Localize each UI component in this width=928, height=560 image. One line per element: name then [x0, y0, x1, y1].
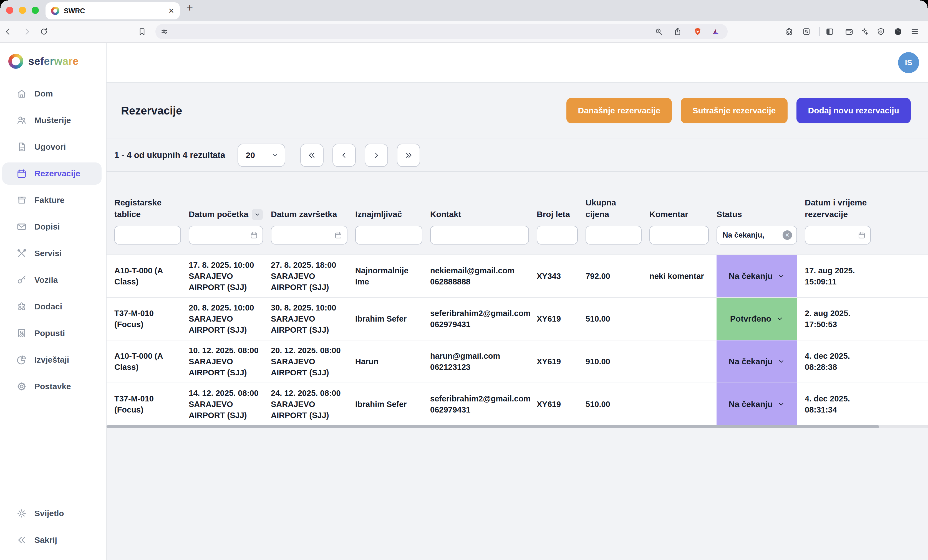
horizontal-scrollbar[interactable] — [107, 425, 928, 428]
tune-icon[interactable] — [158, 21, 171, 42]
cell-flight: XY619 — [537, 309, 578, 329]
cell-start: 10. 12. 2025. 08:00 SARAJEVO AIRPORT (SJ… — [189, 341, 263, 383]
cell-renter: Najnormalnije Ime — [355, 260, 422, 292]
last-page-button[interactable] — [397, 144, 420, 167]
next-page-button[interactable] — [365, 144, 388, 167]
table-row[interactable]: A10-T-000 (A Class) 10. 12. 2025. 08:00 … — [107, 340, 928, 383]
browser-tab-strip: SWRC ✕ + — [0, 0, 928, 21]
add-reservation-button[interactable]: Dodaj novu rezervaciju — [797, 98, 911, 123]
filter-renter-input[interactable] — [355, 226, 422, 245]
tab-search-icon[interactable] — [800, 21, 813, 42]
favicon — [51, 7, 60, 15]
screen: SWRC ✕ + seferware — [0, 0, 928, 560]
sidebar-item-dom[interactable]: Dom — [2, 83, 102, 105]
share-icon[interactable] — [671, 21, 684, 42]
back-icon[interactable] — [1, 21, 14, 42]
filter-plate-input[interactable] — [114, 226, 181, 245]
forward-icon[interactable] — [21, 21, 34, 42]
scrollbar-thumb[interactable] — [107, 425, 879, 428]
page-title: Rezervacije — [121, 105, 182, 117]
column-header-price[interactable]: Ukupna cijena — [586, 185, 642, 220]
status-dropdown[interactable]: Na čekanju — [717, 255, 797, 297]
filter-flight-input[interactable] — [537, 226, 578, 245]
sidebar-item-rezervacije[interactable]: Rezervacije — [2, 163, 102, 185]
user-avatar[interactable]: IS — [898, 52, 919, 73]
profile-avatar-icon[interactable] — [891, 21, 905, 42]
cell-comment — [649, 314, 709, 323]
wallet-icon[interactable] — [843, 21, 856, 42]
sidebar-item-postavke[interactable]: Postavke — [2, 375, 102, 397]
brave-shield-icon[interactable] — [691, 21, 704, 42]
reload-icon[interactable] — [37, 21, 50, 42]
column-header-status[interactable]: Status — [717, 185, 797, 220]
tools-icon — [16, 248, 27, 259]
pagination-bar: 1 - 4 od ukupnih 4 rezultata 20 — [107, 139, 928, 172]
column-header-end[interactable]: Datum završetka — [271, 185, 348, 220]
first-page-button[interactable] — [300, 144, 324, 167]
filter-start-input[interactable] — [189, 226, 263, 245]
sidebar-item-dopisi[interactable]: Dopisi — [2, 216, 102, 238]
sidebar-item-popusti[interactable]: Popusti — [2, 322, 102, 344]
status-dropdown[interactable]: Potvrđeno — [717, 298, 797, 340]
column-header-renter[interactable]: Iznajmljivač — [355, 185, 422, 220]
cell-price: 792.00 — [586, 266, 642, 286]
bookmark-icon[interactable] — [136, 21, 149, 42]
column-header-contact[interactable]: Kontakt — [430, 185, 529, 220]
column-header-created[interactable]: Datum i vrijeme rezervacije — [805, 185, 871, 220]
cell-start: 17. 8. 2025. 10:00 SARAJEVO AIRPORT (SJJ… — [189, 255, 263, 297]
sidebar-item-musterije[interactable]: Mušterije — [2, 109, 102, 131]
traffic-light-minimize[interactable] — [19, 7, 26, 14]
column-header-flight[interactable]: Broj leta — [537, 185, 578, 220]
browser-toolbar — [0, 21, 928, 43]
zoom-in-icon[interactable] — [652, 21, 665, 42]
sidebar-item-servisi[interactable]: Servisi — [2, 242, 102, 265]
column-header-comment[interactable]: Komentar — [649, 185, 709, 220]
table-row[interactable]: T37-M-010 (Focus) 14. 12. 2025. 08:00 SA… — [107, 383, 928, 425]
vpn-shield-icon[interactable] — [874, 21, 887, 42]
filter-status-input[interactable]: Na čekanju, ✕ — [717, 226, 797, 245]
chevrons-right-icon — [404, 151, 413, 160]
column-header-plate[interactable]: Registarske tablice — [114, 185, 181, 220]
sidebar-item-vozila[interactable]: Vozila — [2, 269, 102, 291]
filter-price-input[interactable] — [586, 226, 642, 245]
table-row[interactable]: A10-T-000 (A Class) 17. 8. 2025. 10:00 S… — [107, 254, 928, 297]
filter-end-input[interactable] — [271, 226, 348, 245]
tab-close-icon[interactable]: ✕ — [168, 7, 174, 15]
cell-plate: A10-T-000 (A Class) — [114, 260, 181, 292]
browser-tab[interactable]: SWRC ✕ — [46, 2, 180, 20]
column-header-start[interactable]: Datum početka — [189, 185, 263, 220]
status-dropdown[interactable]: Na čekanju — [717, 341, 797, 383]
sidebar-item-svijetlo[interactable]: Svijetlo — [2, 502, 102, 525]
sidebar-item-dodaci[interactable]: Dodaci — [2, 295, 102, 318]
page-size-select[interactable]: 20 — [238, 144, 285, 167]
filter-contact-input[interactable] — [430, 226, 529, 245]
menu-icon[interactable] — [908, 21, 921, 42]
traffic-light-zoom[interactable] — [32, 7, 39, 14]
sidebar-item-sakrij[interactable]: Sakrij — [2, 529, 102, 551]
sidebar-toggle-icon[interactable] — [823, 21, 836, 42]
prev-page-button[interactable] — [333, 144, 356, 167]
sidebar-item-izvjestaji[interactable]: Izvještaji — [2, 349, 102, 371]
clear-filter-icon[interactable]: ✕ — [783, 230, 792, 240]
app-topbar: IS — [107, 43, 928, 83]
cell-comment: neki komentar — [649, 266, 709, 286]
pie-chart-icon — [16, 354, 27, 365]
status-dropdown[interactable]: Na čekanju — [717, 383, 797, 425]
bat-icon[interactable] — [709, 21, 723, 42]
new-tab-button[interactable]: + — [186, 2, 193, 14]
filter-created-input[interactable] — [805, 226, 871, 245]
filter-comment-input[interactable] — [649, 226, 709, 245]
discount-icon — [16, 328, 27, 339]
sort-indicator[interactable] — [252, 209, 263, 220]
tomorrows-reservations-button[interactable]: Sutrašnje rezervacije — [681, 98, 787, 123]
todays-reservations-button[interactable]: Današnje rezervacije — [566, 98, 672, 123]
cell-contact: harun@gmail.com 062123123 — [430, 346, 529, 377]
gear-icon — [16, 381, 27, 392]
sidebar-item-fakture[interactable]: Fakture — [2, 189, 102, 211]
sidebar-item-ugovori[interactable]: Ugovori — [2, 136, 102, 158]
address-bar[interactable] — [156, 24, 728, 40]
leo-ai-icon[interactable] — [858, 21, 872, 42]
table-header: Registarske tablice Datum početka Datum … — [107, 172, 928, 254]
extensions-icon[interactable] — [783, 21, 796, 42]
table-row[interactable]: T37-M-010 (Focus) 20. 8. 2025. 10:00 SAR… — [107, 297, 928, 340]
